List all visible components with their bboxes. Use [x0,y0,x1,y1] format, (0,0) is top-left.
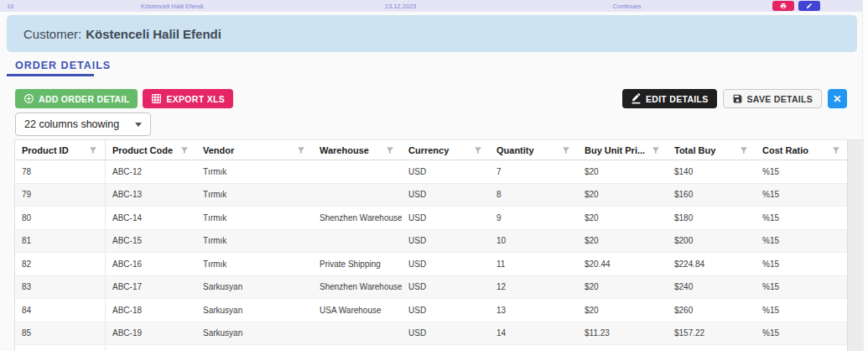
table-cell: 81 [15,230,106,253]
table-cell: $20 [578,299,668,322]
column-header-label: Product ID [22,145,69,155]
order-status: Continues [491,3,763,10]
table-cell: $160 [668,184,756,207]
table-cell: 8 [490,184,578,207]
order-id: 10 [0,3,34,10]
table-cell: Private Shipping [313,253,402,275]
table-header-row: Product IDProduct CodeVendorWarehouseCur… [15,140,848,160]
table-cell: $20 [578,345,668,351]
filter-icon[interactable] [561,145,571,155]
filter-icon[interactable] [88,145,98,155]
filter-icon[interactable] [296,145,306,155]
filter-icon[interactable] [651,145,661,155]
edit-order-button[interactable] [798,1,820,11]
table-row[interactable]: 79ABC-13TırmıkUSD8$20$160%15 [15,184,848,207]
table-row[interactable]: 80ABC-14TırmıkShenzhen WarehouseUSD9$20$… [15,207,848,230]
table-cell: 83 [15,276,106,299]
order-row-actions [763,1,862,11]
table-cell: USD [402,160,490,183]
column-header: Product Code [106,140,196,160]
table-body: 78ABC-12TırmıkUSD7$20$140%1579ABC-13Tırm… [15,160,848,351]
column-header: Cost Ratio [756,140,848,160]
order-customer: Köstenceli Halil Efendi [34,3,310,10]
table-cell: 10 [490,230,578,253]
table-row[interactable]: 83ABC-17SarkusyanShenzhen WarehouseUSD12… [15,276,848,300]
filter-icon[interactable] [179,145,190,155]
toolbar-right: EDIT DETAILS SAVE DETAILS ✕ [622,89,847,108]
export-xls-label: EXPORT XLS [166,94,225,104]
print-button[interactable] [772,1,794,11]
table-cell: Sarkusyan [196,345,313,351]
table-cell: 82 [15,253,106,275]
add-order-detail-button[interactable]: ADD ORDER DETAIL [15,89,138,108]
order-date: 13.12.2023 [310,3,491,10]
table-row[interactable]: 85ABC-19SarkusyanUSD14$11.23$157.22%15 [15,322,848,346]
table-cell: 14 [490,322,578,345]
customer-name: Köstenceli Halil Efendi [86,27,221,41]
table-cell: 11 [490,253,578,275]
tab-order-details[interactable]: ORDER DETAILS [15,60,111,71]
column-header: Product ID [15,140,106,160]
table-cell: %15 [756,160,848,183]
table-cell: Tırmık [196,230,313,253]
add-order-detail-label: ADD ORDER DETAIL [39,94,129,104]
column-header-label: Buy Unit Pri... [585,145,645,155]
table-cell: %15 [756,345,848,351]
table-cell: %15 [756,276,848,299]
parent-order-row[interactable]: 10 Köstenceli Halil Efendi 13.12.2023 Co… [0,0,862,12]
table-cell: Shenzhen Warehouse [313,207,402,229]
table-cell: 9 [490,207,578,229]
table-cell: $20 [578,207,668,229]
columns-dropdown[interactable]: 22 columns showing [15,113,151,136]
column-header-label: Currency [408,145,449,155]
table-cell: USD [402,253,490,275]
table-cell: $20 [578,160,668,183]
table-row[interactable]: 78ABC-12TırmıkUSD7$20$140%15 [15,160,848,184]
table-cell: Tırmık [196,184,313,207]
table-cell: Sarkusyan [196,299,313,322]
save-details-label: SAVE DETAILS [747,94,813,104]
grid-scrollbar-track[interactable] [847,140,864,351]
grid-icon [151,93,162,104]
column-header-label: Cost Ratio [762,145,808,155]
table-cell: $300 [668,345,756,351]
table-cell: Shenzhen Warehouse [313,276,402,299]
table-cell: $20 [578,276,668,299]
table-cell: 7 [490,160,578,183]
filter-icon[interactable] [385,145,395,155]
table-row[interactable]: 81ABC-15TırmıkUSD10$20$200%15 [15,230,848,254]
table-cell: 78 [15,160,106,183]
table-cell: %15 [756,253,848,275]
table-cell: ABC-12 [106,160,196,183]
pencil-icon [806,3,813,9]
save-details-button[interactable]: SAVE DETAILS [723,89,822,108]
column-header-label: Warehouse [320,145,369,155]
table-row[interactable]: 86ABC-20SarkusyanUSA WarehouseUSD15$20$3… [15,345,848,351]
table-cell: Sarkusyan [196,322,313,345]
table-cell: ABC-14 [106,207,196,229]
table-cell: Tırmık [196,253,313,275]
filter-icon[interactable] [831,145,841,155]
table-cell: $260 [668,299,756,322]
table-cell: $20 [578,230,668,253]
column-header-label: Product Code [112,145,173,155]
table-row[interactable]: 82ABC-16TırmıkPrivate ShippingUSD11$20.4… [15,253,848,276]
close-button[interactable]: ✕ [828,89,847,108]
table-cell: ABC-16 [106,253,196,275]
table-cell: USA Warehouse [313,345,402,351]
toolbar-left: ADD ORDER DETAIL EXPORT XLS [15,89,233,108]
table-cell: 79 [15,184,106,207]
table-cell: 13 [490,299,578,322]
table-cell: %15 [756,299,848,322]
column-header-label: Vendor [203,145,234,155]
table-cell: $11.23 [578,322,668,345]
table-cell: $157.22 [668,322,756,345]
table-cell [313,322,402,345]
filter-icon[interactable] [473,145,483,155]
filter-icon[interactable] [739,145,749,155]
table-row[interactable]: 84ABC-18SarkusyanUSA WarehouseUSD13$20$2… [15,299,848,322]
export-xls-button[interactable]: EXPORT XLS [143,89,233,108]
edit-details-button[interactable]: EDIT DETAILS [622,89,717,108]
table-cell: ABC-20 [106,345,196,351]
table-cell: Sarkusyan [196,276,313,299]
